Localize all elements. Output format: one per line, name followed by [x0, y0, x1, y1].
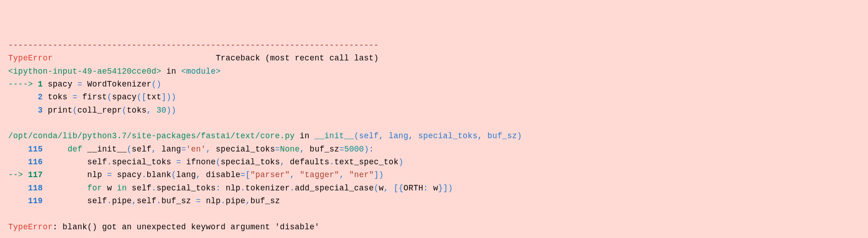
bracket: [ [142, 92, 147, 102]
brace: { [399, 184, 404, 193]
comma: , [147, 106, 152, 115]
colon: : [216, 184, 221, 193]
comma: , [206, 145, 211, 154]
code-space [344, 170, 349, 179]
code-indent [43, 157, 87, 167]
code-token: nlp [225, 184, 240, 193]
code-token: nlp [206, 196, 220, 206]
line-number: 115 [28, 145, 43, 154]
line-pad [8, 184, 28, 193]
line-pad [8, 92, 38, 102]
code-token: ifnone [186, 157, 216, 167]
comma: , [339, 170, 344, 179]
code-space [295, 170, 300, 179]
line-number: 2 [38, 92, 43, 102]
code-token: first [77, 92, 107, 102]
equals-op: = [176, 157, 181, 167]
code-token: w [433, 184, 438, 193]
code-token: self [87, 196, 107, 206]
code-space [305, 145, 310, 154]
in-word: in [295, 131, 315, 141]
code-token: coll_repr [77, 106, 122, 115]
arrow-marker: --> [8, 170, 28, 179]
colon: : [423, 184, 429, 193]
bracket: [ [246, 170, 251, 179]
paren: ) [171, 106, 177, 115]
final-error-message: : blank() got an unexpected keyword argu… [53, 222, 319, 232]
line-number: 3 [38, 106, 43, 115]
comma: , [290, 170, 295, 179]
code-token: spacy [112, 92, 137, 102]
comma: , [384, 184, 389, 193]
line-pad [8, 196, 28, 206]
def-keyword: def [68, 145, 82, 154]
code-token: ORTH [403, 184, 423, 193]
code-token: spacy [48, 80, 77, 89]
paren: ( [151, 80, 156, 89]
dot: . [107, 157, 112, 167]
equals-op: = [241, 170, 246, 179]
paren: ) [398, 157, 403, 167]
line-pad [8, 157, 28, 167]
none-literal: None [280, 145, 300, 154]
paren: ( [216, 157, 221, 167]
comma: , [246, 196, 251, 206]
comma: , [196, 170, 201, 179]
frame2-func: __init__ [315, 131, 354, 141]
code-space [389, 184, 394, 193]
code-token: self [137, 196, 156, 206]
code-token: spacy [117, 170, 142, 179]
code-space [43, 106, 48, 115]
line-number: 117 [28, 170, 43, 179]
paren: ( [127, 145, 132, 154]
comma: , [151, 145, 156, 154]
code-indent [43, 196, 87, 206]
code-token: buf_sz [250, 196, 280, 206]
code-token: self [87, 157, 107, 167]
comma: , [280, 157, 285, 167]
code-space [102, 184, 107, 193]
in-keyword: in [117, 184, 127, 193]
code-token: __init__ [87, 145, 127, 154]
code-space [181, 157, 186, 167]
line-number: 116 [28, 157, 43, 167]
arrow-marker: ----> [8, 80, 38, 89]
dot: . [221, 196, 226, 206]
paren: ) [448, 184, 453, 193]
code-token: add_special_case [295, 184, 374, 193]
frame2-signature: (self, lang, special_toks, buf_sz) [354, 131, 522, 141]
for-keyword: for [87, 184, 102, 193]
line-pad [8, 106, 38, 115]
bracket: ] [161, 92, 166, 102]
code-space [43, 80, 48, 89]
dot: . [329, 157, 334, 167]
code-token: text_spec_tok [334, 157, 398, 167]
code-indent [43, 170, 87, 179]
bracket: ] [443, 184, 448, 193]
comma: , [300, 145, 305, 154]
code-token: w [379, 184, 384, 193]
error-type-header: TypeError [8, 54, 53, 63]
colon: : [369, 145, 374, 154]
code-indent [43, 184, 87, 193]
string-literal: "ner" [349, 170, 374, 179]
code-space [151, 106, 156, 115]
paren: ) [379, 170, 384, 179]
code-token: pipe [225, 196, 245, 206]
frame1-func: <module> [181, 67, 220, 76]
code-indent [43, 145, 68, 154]
equals-op: = [181, 145, 186, 154]
code-token: buf_sz [161, 196, 196, 206]
code-token: self [132, 184, 151, 193]
code-token: print [48, 106, 72, 115]
code-token: blank [147, 170, 171, 179]
code-token: self [132, 145, 151, 154]
code-token: lang [176, 170, 196, 179]
line-number: 119 [28, 196, 43, 206]
code-space [428, 184, 433, 193]
code-space [201, 196, 206, 206]
code-space [156, 145, 161, 154]
code-token: nlp [87, 170, 107, 179]
code-space [285, 157, 290, 167]
brace: } [438, 184, 443, 193]
